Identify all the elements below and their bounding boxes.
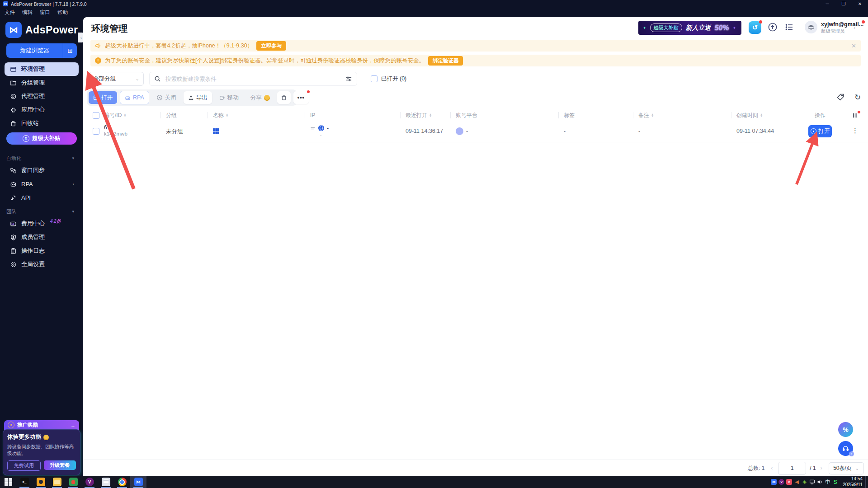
- group-filter-select[interactable]: 全部分组 ⌄: [89, 72, 144, 86]
- sidebar-item-window-sync[interactable]: 窗口同步: [5, 164, 79, 177]
- bind-authenticator-button[interactable]: 绑定验证器: [428, 56, 463, 66]
- tray-ime-indicator[interactable]: 中: [824, 478, 831, 486]
- menu-file[interactable]: 文件: [5, 9, 15, 16]
- open-button[interactable]: 打开: [89, 91, 117, 104]
- page-input[interactable]: [778, 462, 806, 475]
- sidebar-item-billing[interactable]: 费用中心 4.2折: [5, 217, 79, 230]
- tray-v2ray-icon[interactable]: V: [778, 478, 785, 486]
- sort-icon[interactable]: ▲▼: [651, 113, 654, 117]
- show-desktop-button[interactable]: [865, 476, 868, 488]
- join-now-button[interactable]: 立即参与: [256, 41, 286, 51]
- taskbar-package-app-icon[interactable]: [65, 476, 81, 488]
- rpa-button[interactable]: RPA: [120, 91, 149, 104]
- column-header-name[interactable]: 名称▲▼: [213, 109, 228, 121]
- rebate-app-button[interactable]: ↺: [749, 21, 761, 34]
- promo-ticket-banner[interactable]: ✦ 超级大补贴 新人立返 50% ✦: [638, 21, 741, 35]
- close-button[interactable]: ✕: [852, 0, 868, 8]
- chevron-right-icon[interactable]: ›: [854, 24, 855, 31]
- tray-snip-icon[interactable]: ➤: [785, 478, 793, 486]
- page-title: 环境管理: [91, 23, 127, 35]
- start-button[interactable]: [0, 476, 16, 488]
- taskbar-capture-app-icon[interactable]: [33, 476, 49, 488]
- prev-page-icon[interactable]: ‹: [771, 465, 773, 471]
- sidebar-item-groups[interactable]: 分组管理: [5, 76, 79, 89]
- taskbar-v2ray-icon[interactable]: V: [81, 476, 98, 488]
- taskbar-terminal-icon[interactable]: >_: [16, 476, 33, 488]
- sort-icon[interactable]: ▲▼: [429, 113, 432, 117]
- sidebar-item-environment[interactable]: 环境管理: [5, 62, 79, 76]
- tray-s-icon[interactable]: S: [831, 478, 839, 486]
- column-header-note[interactable]: 备注▲▼: [638, 109, 654, 121]
- column-header-lastopen[interactable]: 最近打开▲▼: [406, 109, 432, 121]
- sidebar-item-settings[interactable]: 全局设置: [5, 258, 79, 271]
- new-browser-label: 新建浏览器: [6, 47, 63, 55]
- close-icon[interactable]: ✕: [851, 42, 856, 49]
- referral-reward-bar[interactable]: ¥ 推广奖励 →: [4, 420, 79, 430]
- taskbar-chrome-icon[interactable]: [114, 476, 130, 488]
- refresh-icon-button[interactable]: ↻: [853, 92, 863, 102]
- tray-network-icon[interactable]: [808, 478, 816, 486]
- sidebar-item-label: 操作日志: [21, 247, 45, 255]
- menu-edit[interactable]: 编辑: [22, 9, 33, 16]
- row-checkbox[interactable]: [93, 128, 99, 135]
- select-all-checkbox[interactable]: [93, 109, 99, 121]
- tray-safety-icon[interactable]: ◈: [801, 478, 808, 486]
- sidebar-item-proxy[interactable]: 代理管理: [5, 89, 79, 103]
- upgrade-plan-button[interactable]: 升级套餐: [44, 460, 76, 470]
- new-browser-plus-icon[interactable]: ⊞: [63, 43, 77, 58]
- section-automation[interactable]: 自动化 ▾: [6, 155, 77, 162]
- free-trial-button[interactable]: 免费试用: [7, 460, 41, 471]
- taskbar-notepad-icon[interactable]: [98, 476, 114, 488]
- column-header-created[interactable]: 创建时间▲▼: [736, 109, 763, 121]
- update-icon[interactable]: [768, 22, 778, 32]
- column-header-id[interactable]: 编号/ID▲▼: [104, 109, 127, 121]
- super-subsidy-button[interactable]: ⇅ 超级大补贴: [6, 132, 77, 145]
- user-avatar[interactable]: [805, 21, 817, 33]
- section-team[interactable]: 团队 ▾: [6, 208, 77, 215]
- sidebar-item-rpa[interactable]: RPA ›: [5, 177, 79, 191]
- notification-dot: [862, 20, 865, 23]
- delete-button[interactable]: [277, 91, 291, 104]
- task-list-icon[interactable]: [785, 23, 794, 32]
- column-settings-button[interactable]: [852, 109, 859, 121]
- row-open-button[interactable]: 打开: [808, 125, 832, 137]
- minimize-button[interactable]: ─: [819, 0, 835, 8]
- sidebar-item-members[interactable]: 成员管理: [5, 230, 79, 244]
- menu-window[interactable]: 窗口: [40, 9, 50, 16]
- sidebar-item-api[interactable]: API: [5, 191, 79, 204]
- new-browser-button[interactable]: 新建浏览器 ⊞: [6, 43, 77, 58]
- sidebar-item-logs[interactable]: 操作日志: [5, 244, 79, 258]
- close-env-button[interactable]: 关闭: [152, 91, 181, 104]
- opened-filter[interactable]: 已打开 (0): [371, 72, 406, 86]
- maximize-button[interactable]: ❐: [835, 0, 852, 8]
- per-page-select[interactable]: 50条/页 ⌄: [829, 462, 864, 474]
- move-button[interactable]: 移动: [215, 91, 243, 104]
- sort-icon[interactable]: ▲▼: [226, 113, 228, 117]
- search-input[interactable]: [165, 75, 342, 83]
- filter-sliders-icon[interactable]: [345, 75, 352, 82]
- row-more-icon[interactable]: ⋮: [852, 127, 859, 135]
- taskbar-clock[interactable]: 14:54 2025/9/11: [843, 476, 863, 488]
- taskbar-adspower-icon[interactable]: ⋈: [130, 476, 146, 488]
- tray-speaker-icon[interactable]: ◀: [793, 478, 801, 486]
- more-actions-button[interactable]: •••: [293, 91, 309, 104]
- sort-icon[interactable]: ▲▼: [123, 113, 126, 117]
- share-button[interactable]: 分享: [246, 91, 274, 104]
- discount-float-button[interactable]: %: [838, 422, 853, 437]
- sidebar: ⋈ AdsPower 新建浏览器 ⊞ 环境管理 分组管理 代理管理 应用中心 回…: [0, 17, 83, 476]
- taskbar-file-explorer-icon[interactable]: [49, 476, 65, 488]
- next-page-icon[interactable]: ›: [821, 465, 822, 471]
- table-row[interactable]: 6 k14i2mwb 未分组 - - 09-11 14:36:17 - -: [83, 121, 868, 142]
- user-info[interactable]: xyjwfn@gmail... 超级管理员: [821, 21, 863, 34]
- tray-adspower-icon[interactable]: ⋈: [770, 478, 778, 486]
- menu-help[interactable]: 帮助: [57, 9, 68, 16]
- export-button[interactable]: 导出: [184, 91, 212, 104]
- tag-icon-button[interactable]: [835, 92, 845, 102]
- support-float-button[interactable]: +: [838, 441, 853, 456]
- opened-checkbox[interactable]: [371, 75, 377, 82]
- ufo-icon: [807, 23, 815, 31]
- sort-icon[interactable]: ▲▼: [760, 113, 763, 117]
- sidebar-item-appcenter[interactable]: 应用中心: [5, 103, 79, 117]
- sidebar-item-recycle[interactable]: 回收站: [5, 117, 79, 130]
- tray-volume-icon[interactable]: [816, 478, 824, 486]
